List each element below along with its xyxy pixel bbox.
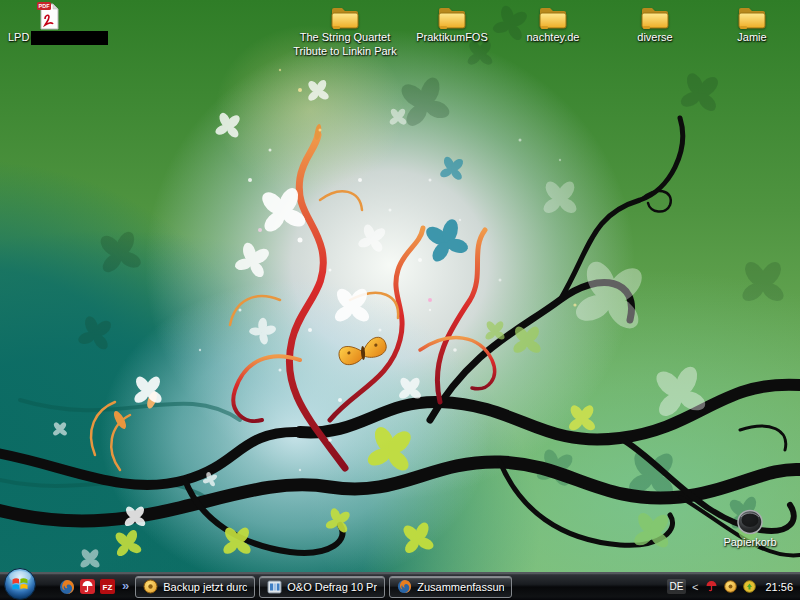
- desktop-screen: PDF LPD The String Quartet Tribute to Li…: [0, 0, 800, 600]
- desktop-icon-pdf-file[interactable]: PDF: [36, 1, 62, 31]
- language-indicator[interactable]: DE: [667, 579, 686, 594]
- folder-label: Jamie: [737, 31, 766, 45]
- task-button-label: O&O Defrag 10 Prof...: [287, 581, 377, 593]
- avira-tray-icon[interactable]: [704, 580, 718, 594]
- quick-launch-bar: FZ »: [59, 578, 133, 595]
- pdf-file-label-row[interactable]: LPD: [8, 31, 108, 45]
- desktop-folder-string-quartet[interactable]: The String Quartet Tribute to Linkin Par…: [285, 5, 405, 59]
- desktop-folder-jamie[interactable]: Jamie: [692, 5, 800, 45]
- avira-quicklaunch-button[interactable]: [79, 579, 95, 595]
- recycle-bin-icon: [735, 508, 765, 536]
- filezilla-glyph: FZ: [102, 583, 112, 592]
- filezilla-icon: FZ: [100, 579, 115, 594]
- quicklaunch-overflow-chevron-icon[interactable]: »: [122, 578, 129, 593]
- firefox-icon: [59, 579, 75, 595]
- folder-label: diverse: [637, 31, 672, 45]
- task-button-zusammenfassung[interactable]: Zusammenfassung -...: [389, 576, 512, 598]
- filezilla-quicklaunch-button[interactable]: FZ: [99, 579, 115, 595]
- task-button-label: Backup jetzt durchf...: [163, 581, 247, 593]
- start-button[interactable]: [3, 567, 37, 600]
- task-button-backup[interactable]: Backup jetzt durchf...: [135, 576, 255, 598]
- wallpaper-art: [0, 0, 800, 600]
- recycle-bin-label: Papierkorb: [723, 536, 776, 550]
- tray-collapse-chevron-icon[interactable]: <: [692, 581, 698, 593]
- folder-icon: [736, 5, 768, 31]
- backup-disc-icon: [143, 579, 158, 594]
- redacted-label: [31, 31, 108, 45]
- folder-label: The String Quartet Tribute to Linkin Par…: [285, 31, 405, 59]
- folder-icon: [329, 5, 361, 31]
- folder-icon: [639, 5, 671, 31]
- avira-umbrella-icon: [80, 579, 95, 594]
- firefox-icon: [397, 579, 412, 594]
- defrag-icon: [267, 580, 282, 594]
- taskbar: FZ » Backup jetzt durchf... O&O Defrag 1…: [0, 572, 800, 600]
- pdf-file-icon: PDF: [36, 1, 62, 31]
- desktop-icon-recycle-bin[interactable]: Papierkorb: [700, 508, 800, 550]
- pdf-file-label: LPD: [8, 31, 29, 45]
- folder-label: PraktikumFOS: [416, 31, 488, 45]
- firefox-quicklaunch-button[interactable]: [59, 579, 75, 595]
- system-tray: DE < 21:56: [667, 579, 793, 594]
- folder-icon: [537, 5, 569, 31]
- folder-icon: [436, 5, 468, 31]
- backup-tray-icon[interactable]: [723, 580, 737, 594]
- folder-label: nachtey.de: [526, 31, 579, 45]
- task-button-label: Zusammenfassung -...: [417, 581, 504, 593]
- taskbar-clock[interactable]: 21:56: [765, 581, 793, 593]
- task-button-oo-defrag[interactable]: O&O Defrag 10 Prof...: [259, 576, 385, 598]
- pdf-badge-text: PDF: [39, 3, 51, 9]
- update-tray-icon[interactable]: [742, 580, 756, 594]
